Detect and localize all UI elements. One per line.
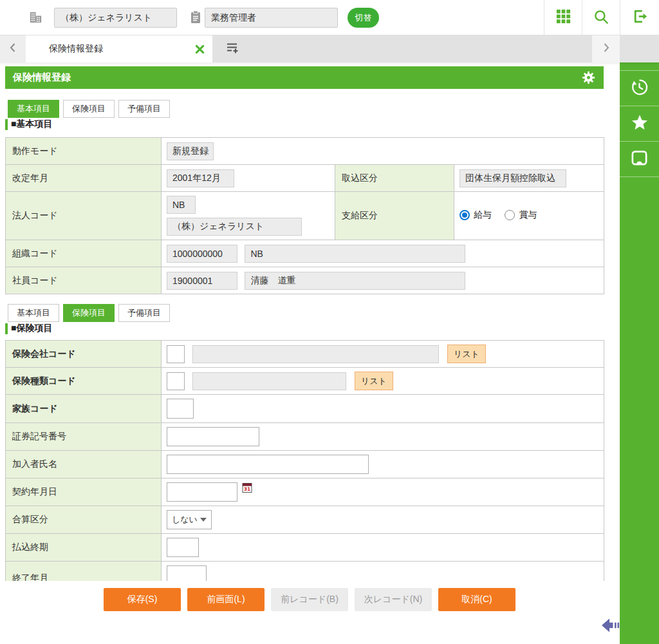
tab-insurance-items-2[interactable]: 保険項目 — [63, 304, 115, 322]
tab-close-icon[interactable] — [195, 44, 205, 54]
emp-code-label: 社員コード — [6, 267, 162, 294]
insurance-company-list-button[interactable]: リスト — [447, 345, 486, 363]
basic-form: 動作モード 新規登録 改定年月 2001年12月 取込区分 団体生保月額控除取込… — [5, 137, 604, 294]
supply-radio-salary[interactable]: 給与 — [459, 209, 492, 221]
contract-date-input[interactable] — [167, 482, 237, 502]
calendar-icon[interactable]: 31 — [242, 482, 253, 496]
role-input[interactable] — [205, 8, 338, 28]
payment-end-input[interactable] — [167, 538, 199, 557]
heading-accent-bar — [5, 323, 8, 334]
basic-form-table: 動作モード 新規登録 改定年月 2001年12月 取込区分 団体生保月額控除取込… — [5, 137, 604, 294]
heading-accent-bar — [5, 119, 8, 130]
header-actions — [544, 0, 659, 35]
role-icon — [189, 10, 202, 27]
radio-unselected-icon — [505, 210, 515, 220]
insurance-company-name-box — [192, 345, 439, 363]
svg-text:31: 31 — [244, 486, 250, 492]
tab-reserve-items-2[interactable]: 予備項目 — [118, 304, 170, 322]
history-button[interactable] — [620, 71, 659, 106]
row-insurance-type: 保険種類コード リスト — [6, 368, 604, 395]
row-operation-mode: 動作モード 新規登録 — [6, 138, 604, 165]
next-record-button[interactable]: 次レコード(N) — [355, 588, 432, 611]
tab-label: 保険情報登録 — [49, 43, 195, 55]
insurance-heading-text: ■保険項目 — [11, 323, 52, 334]
save-button[interactable]: 保存(S) — [104, 588, 181, 611]
switch-button[interactable]: 切替 — [348, 8, 379, 28]
contract-date-label: 契約年月日 — [6, 478, 162, 506]
add-tab-button[interactable] — [219, 35, 246, 62]
insurance-type-name-box — [192, 372, 346, 390]
org-code-value: 1000000000 — [167, 245, 237, 263]
row-member-name: 加入者氏名 — [6, 451, 604, 478]
corp-code-label: 法人コード — [6, 192, 162, 240]
tab-reserve-items[interactable]: 予備項目 — [118, 100, 170, 118]
radio-label-bonus: 賞与 — [519, 209, 537, 221]
payment-end-label: 払込終期 — [6, 534, 162, 562]
basic-section-heading: ■基本項目 — [5, 118, 52, 130]
family-code-label: 家族コード — [6, 395, 162, 423]
tab-scroll-left-button[interactable] — [0, 35, 26, 62]
family-code-input[interactable] — [167, 399, 194, 419]
search-button[interactable] — [582, 0, 620, 35]
search-icon — [593, 8, 609, 28]
insurance-type-code-input[interactable] — [167, 372, 185, 390]
tab-insurance-items[interactable]: 保険項目 — [63, 100, 115, 118]
org-code-label: 組織コード — [6, 240, 162, 267]
right-sidebar — [620, 35, 659, 644]
row-revision: 改定年月 2001年12月 取込区分 団体生保月額控除取込 — [6, 165, 604, 192]
row-sum-kbn: 合算区分 しない — [6, 506, 604, 534]
row-emp-code: 社員コード 19000001 清藤 道重 — [6, 267, 604, 294]
favorites-button[interactable] — [620, 106, 659, 142]
operation-mode-value: 新規登録 — [167, 142, 214, 160]
row-family-code: 家族コード — [6, 395, 604, 423]
tab-basic-items-2[interactable]: 基本項目 — [8, 304, 59, 322]
row-corp-code: 法人コード NB （株）ジェネラリスト 支給区分 給与 賞与 — [6, 192, 604, 240]
settings-gear-icon[interactable] — [581, 70, 596, 85]
logout-icon — [631, 8, 649, 28]
basic-heading-text: ■基本項目 — [11, 118, 52, 130]
logout-button[interactable] — [620, 0, 659, 35]
emp-name-value: 清藤 道重 — [245, 272, 465, 290]
insurance-company-code-input[interactable] — [167, 345, 185, 363]
tab-bar: 保険情報登録 — [0, 35, 659, 62]
sum-kbn-selected-value: しない — [172, 514, 198, 526]
row-contract-date: 契約年月日 31 — [6, 478, 604, 506]
policy-number-input[interactable] — [167, 427, 259, 446]
chevron-right-icon — [601, 41, 611, 57]
prev-record-button[interactable]: 前レコード(B) — [271, 588, 348, 611]
revision-value: 2001年12月 — [167, 169, 234, 187]
row-payment-end: 払込終期 — [6, 534, 604, 562]
row-policy-number: 証券記号番号 — [6, 423, 604, 451]
import-kbn-label: 取込区分 — [335, 165, 454, 192]
tab-scroll-right-button[interactable] — [592, 35, 620, 62]
import-kbn-value: 団体生保月額控除取込 — [459, 169, 566, 187]
member-name-input[interactable] — [167, 455, 369, 474]
corp-name-value: （株）ジェネラリスト — [167, 218, 302, 236]
prev-screen-button[interactable]: 前画面(L) — [187, 588, 265, 611]
tab-basic-items[interactable]: 基本項目 — [8, 100, 59, 118]
row-insurance-company: 保険会社コード リスト — [6, 341, 604, 368]
sum-kbn-select[interactable]: しない — [167, 510, 212, 529]
memo-tray-button[interactable] — [620, 142, 659, 177]
apps-menu-button[interactable] — [544, 0, 582, 35]
tab-insurance-registration[interactable]: 保険情報登録 — [26, 35, 212, 62]
org-name-value: NB — [245, 245, 465, 263]
top-header: 切替 — [0, 0, 659, 35]
select-dropdown-icon — [200, 518, 207, 522]
collapse-panel-arrow-icon[interactable] — [601, 617, 620, 636]
company-input[interactable] — [54, 8, 177, 28]
memo-tray-icon — [630, 149, 649, 170]
insurance-form: 保険会社コード リスト 保険種類コード リスト 家族コード 証券記号番号 加入者… — [5, 340, 605, 581]
end-ym-input[interactable] — [167, 565, 207, 581]
row-org-code: 組織コード 1000000000 NB — [6, 240, 604, 267]
end-ym-label: 終了年月 — [6, 562, 162, 582]
supply-kbn-label: 支給区分 — [335, 192, 454, 240]
cancel-button[interactable]: 取消(C) — [438, 588, 515, 611]
revision-label: 改定年月 — [6, 165, 162, 192]
row-end-ym: 終了年月 — [6, 562, 604, 582]
insurance-form-table: 保険会社コード リスト 保険種類コード リスト 家族コード 証券記号番号 加入者… — [5, 340, 604, 581]
supply-radio-bonus[interactable]: 賞与 — [505, 209, 537, 221]
insurance-type-list-button[interactable]: リスト — [355, 372, 393, 390]
corp-code-value: NB — [167, 196, 196, 214]
history-clock-icon — [630, 78, 649, 99]
